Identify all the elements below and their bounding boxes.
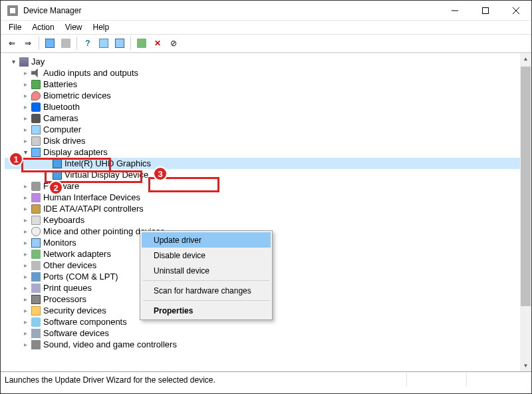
tree-node-label: Software devices: [43, 328, 109, 338]
maximize-button[interactable]: [470, 1, 501, 21]
close-icon: [513, 7, 519, 14]
tree-node-hid[interactable]: Human Interface Devices: [5, 192, 531, 203]
toolbar-help-button[interactable]: ?: [80, 36, 95, 51]
battery-icon: [30, 80, 42, 89]
tree-node-label: IDE ATA/ATAPI controllers: [43, 204, 144, 214]
toolbar-showhide-button[interactable]: [43, 36, 57, 51]
ctx-scan-hardware[interactable]: Scan for hardware changes: [142, 283, 271, 298]
tree-node-label: Bluetooth: [43, 102, 80, 112]
cpu-icon: [30, 295, 42, 304]
ctx-item-label: Properties: [154, 306, 193, 315]
ctx-properties[interactable]: Properties: [142, 303, 271, 318]
ide-icon: [30, 204, 42, 214]
tree-node-biometric[interactable]: Biometric devices: [5, 90, 531, 101]
statusbar-text: Launches the Update Driver Wizard for th…: [5, 375, 215, 385]
chevron-right-icon[interactable]: [21, 205, 30, 212]
chevron-right-icon[interactable]: [21, 182, 30, 190]
arrow-left-icon: ⇐: [9, 39, 15, 48]
chevron-right-icon[interactable]: [21, 92, 30, 99]
scroll-down-arrow[interactable]: ▼: [520, 360, 531, 371]
chevron-right-icon[interactable]: [21, 296, 30, 303]
toolbar-monitor-button[interactable]: [112, 36, 127, 51]
tree-node-label: Monitors: [43, 238, 76, 248]
chevron-right-icon[interactable]: [21, 329, 30, 337]
tree-node-diskdrives[interactable]: Disk drives: [5, 135, 531, 146]
computer-icon: [18, 57, 30, 67]
chevron-right-icon[interactable]: [21, 114, 30, 122]
statusbar: Launches the Update Driver Wizard for th…: [1, 372, 531, 387]
tree-root[interactable]: Jay: [5, 56, 531, 67]
chevron-right-icon[interactable]: [21, 239, 30, 246]
display-adapter-icon: [30, 148, 42, 157]
chevron-right-icon[interactable]: [21, 194, 30, 201]
chevron-right-icon[interactable]: [21, 284, 30, 292]
chevron-right-icon[interactable]: [21, 273, 30, 280]
chevron-right-icon[interactable]: [21, 126, 30, 133]
ctx-uninstall-device[interactable]: Uninstall device: [142, 263, 271, 278]
toolbar-uninstall-button[interactable]: ✕: [150, 36, 165, 51]
chevron-right-icon[interactable]: [21, 228, 30, 235]
tree-node-ide[interactable]: IDE ATA/ATAPI controllers: [5, 203, 531, 214]
ctx-update-driver[interactable]: Update driver: [142, 232, 271, 248]
statusbar-cell: [406, 373, 466, 387]
chevron-right-icon[interactable]: [21, 103, 30, 110]
help-icon: ?: [85, 39, 90, 48]
close-button[interactable]: [501, 1, 531, 21]
toolbar-properties-button[interactable]: [59, 36, 73, 51]
ctx-disable-device[interactable]: Disable device: [142, 248, 271, 263]
scroll-thumb[interactable]: [521, 67, 531, 306]
disable-icon: ⊘: [170, 39, 177, 48]
tree-node-bluetooth[interactable]: Bluetooth: [5, 101, 531, 112]
toolbar-back-button[interactable]: ⇐: [5, 36, 19, 51]
toolbar-forward-button[interactable]: ⇒: [21, 36, 35, 51]
menu-file[interactable]: File: [3, 21, 27, 33]
monitor-icon: [30, 238, 42, 248]
toolbar-update-button[interactable]: [134, 36, 149, 51]
toolbar-separator: [39, 37, 39, 50]
titlebar: Device Manager: [1, 1, 531, 21]
toolbar-separator: [130, 37, 131, 50]
tree-node-label: Keyboards: [43, 215, 84, 225]
toolbar-scan-button[interactable]: [96, 36, 111, 51]
chevron-right-icon[interactable]: [21, 69, 30, 77]
vertical-scrollbar[interactable]: ▲ ▼: [520, 53, 531, 371]
tree-node-sound[interactable]: Sound, video and game controllers: [5, 339, 531, 350]
tree-node-audio[interactable]: Audio inputs and outputs: [5, 67, 531, 79]
chevron-right-icon[interactable]: [21, 216, 30, 224]
firmware-icon: [30, 182, 42, 191]
mouse-icon: [30, 227, 42, 236]
toolbar-disable-button[interactable]: ⊘: [166, 36, 181, 51]
menu-help[interactable]: Help: [88, 21, 115, 33]
chevron-right-icon[interactable]: [21, 318, 30, 325]
tree-node-batteries[interactable]: Batteries: [5, 79, 531, 90]
monitor-icon: [115, 39, 124, 48]
tree-node-cameras[interactable]: Cameras: [5, 112, 531, 124]
hid-icon: [30, 193, 42, 202]
toolbar-separator: [76, 37, 77, 50]
menu-action[interactable]: Action: [27, 21, 59, 33]
tree-node-label: Print queues: [43, 283, 92, 293]
chevron-right-icon[interactable]: [21, 81, 30, 88]
chevron-down-icon[interactable]: [9, 58, 18, 65]
chevron-right-icon[interactable]: [21, 307, 30, 314]
update-icon: [137, 39, 146, 48]
scroll-up-arrow[interactable]: ▲: [520, 53, 531, 65]
minimize-button[interactable]: [440, 1, 470, 21]
chevron-right-icon[interactable]: [21, 262, 30, 269]
app-icon: [7, 5, 18, 16]
tree-node-display-adapters[interactable]: Display adapters: [5, 146, 531, 158]
menu-view[interactable]: View: [60, 21, 88, 33]
network-icon: [30, 250, 42, 259]
toolbar: ⇐ ⇒ ? ✕ ⊘: [1, 34, 531, 53]
tree-node-label: Biometric devices: [43, 91, 111, 100]
audio-icon: [30, 69, 42, 78]
ctx-item-label: Disable device: [154, 251, 205, 260]
chevron-right-icon[interactable]: [21, 137, 30, 144]
chevron-right-icon[interactable]: [21, 341, 30, 348]
window-controls: [440, 1, 531, 21]
tree-node-keyboards[interactable]: Keyboards: [5, 214, 531, 226]
tree-node-software-devices[interactable]: Software devices: [5, 327, 531, 339]
tree-node-computer[interactable]: Computer: [5, 124, 531, 135]
chevron-right-icon[interactable]: [21, 250, 30, 258]
other-devices-icon: [30, 261, 42, 270]
